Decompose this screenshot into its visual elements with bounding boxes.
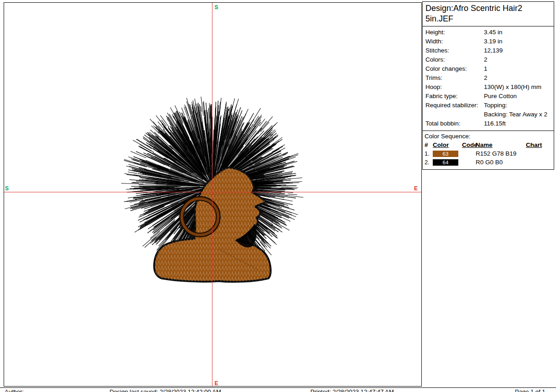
footer-author: Author: <box>5 388 24 392</box>
info-value: 1 <box>484 64 488 73</box>
design-title-line1: Design:Afro Scentric Hair2 <box>425 3 551 14</box>
info-value: 116.15ft <box>484 119 506 128</box>
design-title-line2: 5in.JEF <box>425 14 551 24</box>
start-marker-left: S <box>5 185 9 192</box>
info-row: Hoop:130(W) x 180(H) mm <box>423 83 554 92</box>
info-label: Stitches: <box>425 46 484 55</box>
footer-page-number: Page 1 of 1 <box>515 388 546 392</box>
info-value: 3.45 in <box>484 28 503 37</box>
info-value: 12,139 <box>484 46 503 55</box>
col-header-color: Color <box>433 141 462 149</box>
info-label: Total bobbin: <box>425 119 484 128</box>
color-swatch: 63 <box>433 151 458 157</box>
color-sequence-row: 2.64R0 G0 B0 <box>425 158 552 167</box>
end-marker-bottom: E <box>215 380 218 386</box>
info-row: Color changes:1 <box>423 64 554 73</box>
info-label: Width: <box>425 37 484 46</box>
info-label: Fabric type: <box>425 92 484 101</box>
info-value: 2 <box>484 73 488 83</box>
info-row: Height:3.45 in <box>423 28 554 37</box>
info-label: Color changes: <box>425 64 484 73</box>
info-label: Required stabilizer: <box>425 101 484 110</box>
info-row: Stitches:12,139 <box>423 46 554 55</box>
design-canvas[interactable]: S S E E <box>4 2 422 387</box>
info-value: 2 <box>484 55 488 64</box>
info-row: Colors:2 <box>423 55 554 64</box>
info-row: Fabric type:Pure Cotton <box>423 92 554 101</box>
color-name: R152 G78 B19 <box>476 149 526 158</box>
footer-divider <box>0 387 556 388</box>
info-row: Total bobbin:116.15ft <box>423 119 554 128</box>
info-label: Trims: <box>425 73 484 83</box>
color-row-number: 2. <box>425 158 433 167</box>
info-label: Colors: <box>425 55 484 64</box>
design-info-list: Height:3.45 inWidth:3.19 inStitches:12,1… <box>422 26 554 131</box>
col-header-code: Code <box>462 141 476 149</box>
col-header-name: Name <box>476 141 526 149</box>
color-sequence-header: #ColorCodeNameChart <box>425 141 552 149</box>
info-value: Pure Cotton <box>484 92 517 101</box>
design-info-panel: Design:Afro Scentric Hair2 5in.JEF Heigh… <box>422 1 554 170</box>
info-label: Hoop: <box>425 83 484 92</box>
end-marker-right: E <box>414 185 418 192</box>
col-header-num: # <box>425 141 433 149</box>
info-value: 130(W) x 180(H) mm <box>484 83 541 92</box>
col-header-chart: Chart <box>526 141 552 149</box>
color-sequence: Color Sequence: #ColorCodeNameChart 1.63… <box>422 131 554 170</box>
footer-saved-date: Design last saved: 2/28/2023 12:42:00 AM <box>110 388 221 392</box>
info-value: Topping:Backing: Tear Away x 2 <box>484 101 547 119</box>
footer-printed-date: Printed: 2/28/2023 12:47:47 AM <box>310 388 394 392</box>
info-row: Required stabilizer:Topping:Backing: Tea… <box>423 101 554 119</box>
color-swatch: 64 <box>433 159 458 166</box>
color-sequence-row: 1.63R152 G78 B19 <box>425 149 552 158</box>
info-value: 3.19 in <box>484 37 503 46</box>
design-title: Design:Afro Scentric Hair2 5in.JEF <box>422 1 554 26</box>
color-row-number: 1. <box>425 149 433 158</box>
start-marker-top: S <box>215 4 218 10</box>
info-row: Width:3.19 in <box>423 37 554 46</box>
color-name: R0 G0 B0 <box>476 158 526 167</box>
color-sequence-rows: 1.63R152 G78 B192.64R0 G0 B0 <box>425 149 552 167</box>
color-sequence-title: Color Sequence: <box>425 132 552 141</box>
info-label: Height: <box>425 28 484 37</box>
info-row: Trims:2 <box>423 73 554 83</box>
